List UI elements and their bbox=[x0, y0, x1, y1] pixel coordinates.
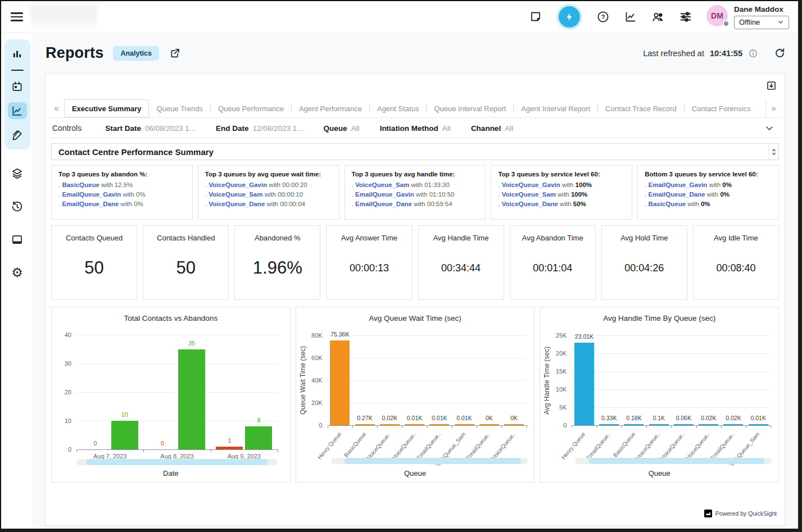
bar-contacts bbox=[111, 421, 138, 449]
filter-value: 12/08/2023 1... bbox=[253, 124, 303, 133]
x-tick-mark bbox=[328, 425, 328, 428]
sidebar-item-settings[interactable]: ⚙ bbox=[8, 264, 27, 281]
insight-value: 01:10:50 bbox=[429, 191, 455, 198]
x-axis-line bbox=[76, 449, 278, 450]
boost-icon[interactable] bbox=[556, 4, 582, 30]
tab-queue-interval-report[interactable]: Queue Interval Report bbox=[427, 99, 513, 117]
insight-item: . BasicQueue with 12.5% bbox=[58, 181, 185, 188]
queue-link[interactable]: VoiceQueue_Dane bbox=[502, 201, 558, 207]
preferences-sliders-icon[interactable] bbox=[679, 10, 692, 24]
queue-link[interactable]: EmailQueue_Dane bbox=[62, 201, 119, 207]
sidebar-item-layers[interactable] bbox=[8, 165, 27, 181]
open-external-button[interactable] bbox=[169, 47, 181, 59]
insight-title: Bottom 3 queues by service level 60: bbox=[645, 171, 772, 178]
users-icon[interactable] bbox=[651, 10, 665, 24]
tab-agent-performance[interactable]: Agent Performance bbox=[292, 99, 369, 117]
info-icon[interactable] bbox=[748, 48, 758, 58]
kpi-value: 00:00:13 bbox=[327, 262, 411, 274]
sidebar-item-design[interactable] bbox=[8, 126, 27, 143]
sidebar-item-schedule[interactable] bbox=[8, 78, 27, 95]
bar-taskqueue-sam-7 bbox=[749, 424, 768, 425]
tab-queue-performance[interactable]: Queue Performance bbox=[211, 99, 291, 117]
kpi-value: 1.96% bbox=[235, 258, 320, 278]
dashboard-panel: « Executive SummaryQueue TrendsQueue Per… bbox=[45, 73, 785, 526]
help-icon[interactable]: ? bbox=[596, 10, 610, 24]
queue-link[interactable]: VoiceQueue_Sam bbox=[502, 191, 556, 198]
filter-label: End Date bbox=[216, 124, 249, 133]
tab-queue-trends[interactable]: Queue Trends bbox=[149, 99, 210, 117]
bar-contacts bbox=[245, 426, 272, 449]
sidebar-item-history[interactable] bbox=[8, 198, 27, 215]
queue-link[interactable]: EmailQueue_Dane bbox=[649, 191, 705, 198]
quicksight-footer: Powered by QuickSight bbox=[704, 510, 777, 517]
lightning-icon bbox=[559, 6, 580, 28]
top-bar: ? DM Dane Maddox Offline bbox=[1, 1, 798, 33]
controls-collapse-button[interactable] bbox=[764, 123, 774, 133]
page-header: Reports Analytics Last refreshed at 10:4… bbox=[34, 33, 798, 62]
filter-start-date[interactable]: Start Date06/08/2023 1... bbox=[105, 124, 196, 133]
queue-link[interactable]: EmailQueue_Dane bbox=[355, 201, 412, 207]
gridline bbox=[76, 392, 278, 393]
insight-value: 100% bbox=[576, 181, 592, 188]
bar-voicequeue-3 bbox=[649, 424, 669, 425]
layers-icon bbox=[11, 167, 24, 180]
controls-label: Controls bbox=[52, 124, 81, 133]
bar-value-label: 0.01K bbox=[738, 415, 778, 421]
summary-spinner[interactable] bbox=[768, 144, 778, 160]
filter-value: All bbox=[442, 124, 451, 133]
filter-queue[interactable]: QueueAll bbox=[324, 124, 360, 133]
chart-scrollbar-thumb[interactable] bbox=[345, 458, 521, 464]
queue-link[interactable]: EmailQueue_Gavin bbox=[355, 191, 414, 198]
kpi-card-avg-handle-time: Avg Handle Time00:34:44 bbox=[418, 225, 504, 300]
queue-link[interactable]: VoiceQueue_Gavin bbox=[209, 181, 267, 188]
tabs-bar: « Executive SummaryQueue TrendsQueue Per… bbox=[49, 99, 781, 118]
tab-agent-status[interactable]: Agent Status bbox=[370, 99, 426, 117]
metrics-icon[interactable] bbox=[624, 10, 637, 24]
kpi-label: Contacts Handled bbox=[143, 234, 228, 242]
sidebar-item-window[interactable] bbox=[8, 231, 27, 248]
queue-link[interactable]: EmailQueue_Gavin bbox=[649, 181, 708, 188]
tab-contact-trace-record[interactable]: Contact Trace Record bbox=[598, 99, 683, 117]
tabs-scroll-right-button[interactable]: » bbox=[765, 99, 781, 117]
sidebar-item-dashboard[interactable] bbox=[8, 46, 27, 62]
notes-icon[interactable] bbox=[529, 10, 542, 24]
tab-contact-forensics[interactable]: Contact Forensics bbox=[685, 99, 758, 117]
queue-link[interactable]: VoiceQueue_Sam bbox=[355, 181, 409, 188]
filter-end-date[interactable]: End Date12/08/2023 1... bbox=[216, 124, 303, 133]
insight-item: . VoiceQueue_Gavin with 100% bbox=[498, 181, 625, 188]
tabs-list: Executive SummaryQueue TrendsQueue Perfo… bbox=[64, 99, 758, 117]
kpi-card-avg-idle-time: Avg Idle Time00:08:40 bbox=[693, 225, 779, 300]
sidebar-item-reports[interactable] bbox=[8, 102, 27, 119]
insight-item: . EmailQueue_Dane with 0% bbox=[645, 191, 772, 198]
status-dropdown[interactable]: Offline bbox=[734, 16, 789, 29]
kpi-label: Avg Answer Time bbox=[327, 234, 411, 242]
chart-card-avg-queue-wait-time-sec: Avg Queue Wait Time (sec)020K40K60K80K75… bbox=[296, 307, 535, 483]
hamburger-menu-icon[interactable] bbox=[11, 12, 23, 21]
filter-intiation-method[interactable]: Intiation MethodAll bbox=[380, 124, 451, 133]
insight-item: . VoiceQueue_Dane with 50% bbox=[498, 201, 625, 207]
queue-link[interactable]: VoiceQueue_Gavin bbox=[502, 181, 560, 188]
tab-executive-summary[interactable]: Executive Summary bbox=[64, 99, 149, 117]
bar-henry-queue-0 bbox=[330, 340, 350, 425]
filter-channel[interactable]: ChannelAll bbox=[471, 124, 513, 133]
external-link-icon bbox=[169, 47, 181, 59]
kpi-value: 50 bbox=[143, 258, 228, 278]
queue-link[interactable]: VoiceQueue_Dane bbox=[209, 201, 265, 207]
kpi-label: Avg Abandon Time bbox=[510, 234, 595, 242]
queue-link[interactable]: BasicQueue bbox=[62, 181, 99, 188]
bar-voicequeue-7 bbox=[504, 424, 524, 425]
queue-link[interactable]: BasicQueue bbox=[649, 201, 686, 207]
tabs-scroll-left-button[interactable]: « bbox=[49, 99, 64, 117]
chart-scrollbar-thumb[interactable] bbox=[86, 459, 268, 465]
refresh-icon[interactable] bbox=[774, 47, 786, 59]
bar-henry-queue-0 bbox=[574, 343, 594, 425]
export-download-button[interactable] bbox=[765, 80, 777, 92]
avatar[interactable]: DM bbox=[706, 5, 728, 26]
window-icon bbox=[11, 233, 24, 246]
chart-scrollbar-thumb[interactable] bbox=[588, 458, 765, 464]
tab-agent-interval-report[interactable]: Agent Interval Report bbox=[514, 99, 597, 117]
insight-value: 00:59:54 bbox=[427, 201, 452, 207]
filter-label: Queue bbox=[324, 124, 347, 133]
queue-link[interactable]: EmailQueue_Gavin bbox=[62, 191, 121, 198]
queue-link[interactable]: VoiceQueue_Sam bbox=[209, 191, 262, 198]
